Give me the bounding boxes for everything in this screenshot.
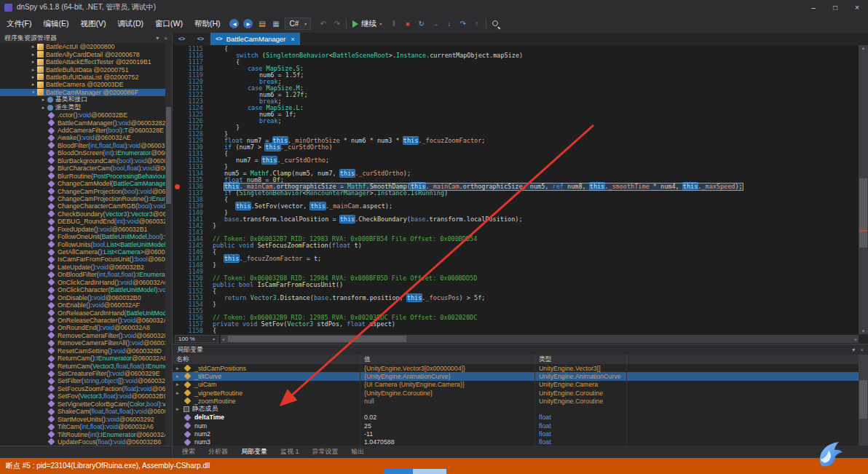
locals-row[interactable]: num25float <box>173 422 868 430</box>
tree-item[interactable]: ReturnCam(Vector3, float, float) : IEnum… <box>0 362 172 369</box>
expander-icon[interactable]: ▸ <box>29 82 37 87</box>
tree-item[interactable]: Awake() : void @060032AE <box>0 134 172 141</box>
breakpoint-margin[interactable] <box>173 321 182 328</box>
code-line[interactable]: 1145public void SetFocusZoomFaction(floa… <box>173 242 859 249</box>
scroll-down-icon[interactable]: ▼ <box>859 329 868 333</box>
tree-item[interactable]: ▸BattleCamera @020003DE <box>0 81 172 88</box>
tree-item[interactable]: SetCreatureFilter() : void @0600329E <box>0 370 172 377</box>
breakpoint-margin[interactable] <box>173 131 182 138</box>
locals-row[interactable]: ▸静态成员 <box>173 405 868 413</box>
scroll-up-icon[interactable]: ▲ <box>859 46 868 50</box>
breakpoint-margin[interactable] <box>173 118 182 125</box>
tree-item[interactable]: ResetCamSetting() : void @0600328D <box>0 347 172 355</box>
tree-item[interactable]: FollowOneUnit(BattleUnitModel, bool) : v <box>0 233 172 240</box>
breakpoint-margin[interactable] <box>173 275 182 282</box>
breakpoint-margin[interactable] <box>173 249 182 256</box>
scrollbar-thumb[interactable] <box>166 107 171 204</box>
breakpoint-margin[interactable] <box>173 197 182 203</box>
panel-tab[interactable]: 输出 <box>345 447 371 457</box>
menu-item[interactable]: 视图(V) <box>75 19 111 29</box>
breakpoint-margin[interactable] <box>173 190 182 197</box>
code-line[interactable]: 1158{ <box>173 328 859 334</box>
nav-back-button[interactable]: ◀ <box>229 19 239 28</box>
expander-icon[interactable]: ▸ <box>29 74 37 80</box>
breakpoint-margin[interactable] <box>173 315 182 321</box>
tree-item[interactable]: AddCameraFilter(bool) : T @0600328E <box>0 127 172 134</box>
chevron-down-icon[interactable]: ▾ <box>852 347 855 353</box>
restart-button[interactable]: ↻ <box>415 17 427 30</box>
breakpoint-margin[interactable] <box>173 236 182 242</box>
redo-button[interactable]: ↷ <box>331 17 343 30</box>
close-icon[interactable]: × <box>164 35 167 42</box>
menu-item[interactable]: 编辑(E) <box>38 19 74 29</box>
panel-tab[interactable]: 局部变量 <box>234 447 274 457</box>
expander-icon[interactable]: ▸ <box>39 97 47 103</box>
tree-item[interactable]: CheckBoundary(Vector3) : Vector3 @0600 <box>0 210 172 218</box>
panel-tab[interactable]: 搜索 <box>175 447 202 457</box>
breakpoint-margin[interactable] <box>173 85 182 92</box>
step-into-button[interactable]: ↓ <box>443 17 455 30</box>
breakpoint-margin[interactable] <box>173 295 182 301</box>
tree-item[interactable]: FollowUnits(bool, List<BattleUnitModel>) <box>0 240 172 248</box>
tree-item[interactable]: ChangeCamProjectionRoutine() : IEnume <box>0 195 172 202</box>
tree-item[interactable]: UpdateFocus(float) : void @060032B6 <box>0 438 172 446</box>
tree-item[interactable]: OnReleaseCardInHand(BattleUnitModel) <box>0 309 172 316</box>
locals-row[interactable]: num31.0470588float <box>173 438 868 446</box>
column-header-type[interactable]: 类型 <box>535 355 627 364</box>
breakpoint-margin[interactable] <box>173 144 182 151</box>
editor-horizontal-scrollbar[interactable]: ◂ ▸ <box>221 335 859 343</box>
expander-icon[interactable]: ▸ <box>29 67 37 73</box>
column-header-name[interactable]: 名称 <box>173 355 360 364</box>
tree-item[interactable]: ChangeCamModel(BattleCamManager.Ca <box>0 180 172 187</box>
document-tab[interactable]: <> <box>173 33 192 45</box>
language-combo[interactable]: C# ▾ <box>285 17 311 30</box>
panel-tab[interactable]: 异常设置 <box>306 447 345 457</box>
tree-item[interactable]: IsCamFarFromFocusUnit() : bool @06003 <box>0 256 172 263</box>
code-line[interactable]: 1127} <box>173 125 859 131</box>
stop-debug-button[interactable]: ■ <box>401 17 414 30</box>
code-line[interactable]: 1139this.SetFov(vector, this._mainCam.as… <box>173 203 859 210</box>
menu-item[interactable]: 帮助(H) <box>189 19 226 29</box>
tree-item[interactable]: OnClickCharacter(BattleUnitModel) : void <box>0 286 172 293</box>
code-line[interactable]: 1151public bool IsCamFarFromFocusUnit() <box>173 282 859 288</box>
breakpoint-margin[interactable] <box>173 223 182 229</box>
breakpoint-margin[interactable] <box>173 282 182 288</box>
tree-item[interactable]: FixedUpdate() : void @060032B1 <box>0 226 172 233</box>
breakpoint-margin[interactable] <box>173 301 182 308</box>
tree-item[interactable]: ▸派生类型 <box>0 104 172 111</box>
breakpoint-margin[interactable] <box>173 262 182 269</box>
breakpoint-margin[interactable] <box>173 242 182 249</box>
tab-battlecammanager[interactable]: <>BattleCamManager× <box>210 33 301 45</box>
tree-item[interactable]: ▸BattleAttackEffectTester @020019B1 <box>0 58 172 66</box>
breakpoint-margin[interactable] <box>173 210 182 216</box>
code-line[interactable]: 1137if (SingletonBehavior<RencounterMana… <box>173 190 859 197</box>
locals-row[interactable]: ▸_tiltCurve{UnityEngine.AnimationCurve}U… <box>173 372 868 380</box>
locals-scrollbar[interactable] <box>859 355 868 446</box>
tree-item[interactable]: StartMoveUnits() : void @06003292 <box>0 415 172 422</box>
breakpoint-margin[interactable] <box>173 229 182 236</box>
panel-tab[interactable]: 分析器 <box>202 447 234 457</box>
tree-item[interactable]: ▸BattleActUI @02000800 <box>0 43 172 50</box>
break-all-button[interactable]: ‖ <box>387 17 400 30</box>
code-line[interactable]: 1147this._focuzZoomFactor = t; <box>173 256 859 262</box>
expand-icon[interactable]: ▸ <box>176 366 184 371</box>
locals-row[interactable]: ▸_vignetteRoutine{UnityEngine.Coroutine}… <box>173 389 868 397</box>
code-line[interactable]: 1157private void SetFov(Vector3 stdPos, … <box>173 321 859 328</box>
show-next-statement-button[interactable]: → <box>429 17 441 30</box>
tree-item[interactable]: BlurRoutine(PostProcessingBehaviour, bo <box>0 172 172 179</box>
tree-item[interactable]: DEBUG_RoundEnd(int) : void @060032BD <box>0 218 172 225</box>
breakpoint-margin[interactable] <box>173 328 182 334</box>
breakpoint-margin[interactable] <box>173 203 182 210</box>
breakpoint-margin[interactable] <box>173 164 182 170</box>
expander-icon[interactable]: ▸ <box>39 105 47 111</box>
tree-item[interactable]: OnReleaseCharacter() : void @060032AB <box>0 317 172 324</box>
step-out-button[interactable]: ↑ <box>470 17 483 30</box>
menu-item[interactable]: 调试(D) <box>112 19 149 29</box>
breakpoint-margin[interactable] <box>173 288 182 295</box>
code-line[interactable]: 1148} <box>173 262 859 269</box>
tree-item[interactable]: BloodFilter(int, float, float) : void @0… <box>0 142 172 149</box>
tree-item[interactable]: OnBloodFilter(int, float, float) : IEnum… <box>0 271 172 278</box>
expand-icon[interactable]: ▸ <box>176 374 184 379</box>
step-over-button[interactable]: ↷ <box>457 17 469 30</box>
open-file-button[interactable]: ▤ <box>256 17 268 30</box>
